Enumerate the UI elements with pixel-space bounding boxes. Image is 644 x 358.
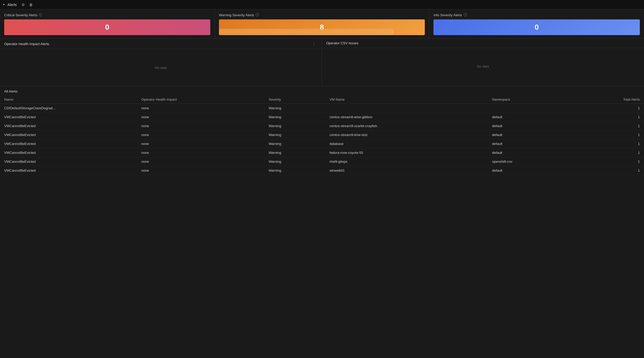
col-severity: Severity: [265, 95, 325, 104]
health-impact-menu-button[interactable]: ⋮: [310, 41, 318, 46]
table-row[interactable]: VMCannotBeEvictednoneWarningcentos-strea…: [0, 122, 644, 131]
cell-namespace: default: [488, 131, 571, 139]
table-row[interactable]: CDIDefaultStorageClassDegrad…noneWarning…: [0, 104, 644, 113]
cell-health-impact: none: [137, 148, 265, 157]
health-impact-title: Operator Health Impact Alerts: [4, 42, 49, 46]
cell-name: VMCannotBeEvicted: [0, 122, 137, 131]
warning-bar-inner: [219, 29, 394, 35]
cell-severity: Warning: [265, 122, 325, 131]
cell-namespace: openshift-cnv: [488, 157, 571, 166]
cell-total-alerts: 1: [571, 131, 644, 139]
col-total-alerts: Total Alerts: [571, 95, 644, 104]
cell-severity: Warning: [265, 113, 325, 122]
cell-severity: Warning: [265, 148, 325, 157]
info-info-icon[interactable]: ⓘ: [464, 13, 467, 17]
csv-issues-title: Operator CSV Issues: [326, 41, 358, 45]
all-alerts-title: All Alerts: [0, 86, 644, 95]
cell-health-impact: none: [137, 131, 265, 139]
stats-row: Critical Severity Alerts ⓘ 0 Warning Sev…: [0, 9, 644, 39]
critical-severity-card: Critical Severity Alerts ⓘ 0: [0, 9, 215, 38]
cell-namespace: default: [488, 139, 571, 148]
critical-value: 0: [105, 23, 109, 31]
critical-bar: 0: [4, 19, 210, 35]
col-namespace: Namespace: [488, 95, 571, 104]
cell-vm-name: centos-stream8-wise-gibbon: [325, 113, 488, 122]
main-content: Critical Severity Alerts ⓘ 0 Warning Sev…: [0, 9, 644, 175]
cell-severity: Warning: [265, 139, 325, 148]
collapse-chevron[interactable]: ▾: [3, 3, 5, 6]
header-bar: ▾ Alerts ⚙ 🗑: [0, 0, 644, 9]
cell-namespace: default: [488, 113, 571, 122]
alerts-table: Name Operator Health Impact Severity VM …: [0, 95, 644, 175]
cell-name: VMCannotBeEvicted: [0, 113, 137, 122]
cell-severity: Warning: [265, 131, 325, 139]
cell-total-alerts: 1: [571, 157, 644, 166]
cell-total-alerts: 1: [571, 122, 644, 131]
table-row[interactable]: VMCannotBeEvictednoneWarningcentos-strea…: [0, 113, 644, 122]
table-header: Name Operator Health Impact Severity VM …: [0, 95, 644, 104]
info-label: Info Severity Alerts ⓘ: [433, 13, 640, 17]
info-bar-container: 0: [433, 19, 640, 35]
table-body: CDIDefaultStorageClassDegrad…noneWarning…: [0, 104, 644, 175]
header-actions: ⚙ 🗑: [20, 2, 34, 7]
table-row[interactable]: VMCannotBeEvictednoneWarningcentos-strea…: [0, 131, 644, 139]
cell-health-impact: none: [137, 122, 265, 131]
cell-name: VMCannotBeEvicted: [0, 139, 137, 148]
health-impact-header: Operator Health Impact Alerts ⋮: [0, 39, 322, 49]
cell-name: VMCannotBeEvicted: [0, 166, 137, 175]
cell-total-alerts: 1: [571, 139, 644, 148]
delete-button[interactable]: 🗑: [28, 2, 34, 7]
cell-vm-name: database: [325, 139, 488, 148]
warning-severity-card: Warning Severity Alerts ⓘ 8: [215, 9, 430, 38]
cell-name: CDIDefaultStorageClassDegrad…: [0, 104, 137, 113]
cell-severity: Warning: [265, 157, 325, 166]
cell-total-alerts: 1: [571, 148, 644, 157]
cell-name: VMCannotBeEvicted: [0, 131, 137, 139]
col-vm-name: VM Name: [325, 95, 488, 104]
panels-row: Operator Health Impact Alerts ⋮ No data …: [0, 39, 644, 86]
info-value: 0: [535, 23, 539, 31]
cell-vm-name: centos-stream9-time-test: [325, 131, 488, 139]
cell-namespace: default: [488, 166, 571, 175]
cell-vm-name: winweb01: [325, 166, 488, 175]
table-row[interactable]: VMCannotBeEvictednoneWarningrhel9-gitops…: [0, 157, 644, 166]
warning-bar-container: 8: [219, 19, 425, 35]
page-title: Alerts: [7, 3, 17, 7]
table-header-row: Name Operator Health Impact Severity VM …: [0, 95, 644, 104]
critical-info-icon[interactable]: ⓘ: [39, 13, 42, 17]
cell-name: VMCannotBeEvicted: [0, 148, 137, 157]
settings-button[interactable]: ⚙: [20, 2, 26, 7]
info-severity-card: Info Severity Alerts ⓘ 0: [429, 9, 644, 38]
cell-vm-name: fedora-rose-coyote-55: [325, 148, 488, 157]
health-impact-no-data: No data: [155, 66, 167, 70]
cell-vm-name: [325, 104, 488, 113]
col-health-impact: Operator Health Impact: [137, 95, 265, 104]
csv-issues-no-data: No data: [477, 64, 489, 68]
col-name: Name: [0, 95, 137, 104]
table-row[interactable]: VMCannotBeEvictednoneWarningfedora-rose-…: [0, 148, 644, 157]
cell-health-impact: none: [137, 139, 265, 148]
table-row[interactable]: VMCannotBeEvictednoneWarningwinweb01defa…: [0, 166, 644, 175]
cell-health-impact: none: [137, 104, 265, 113]
cell-severity: Warning: [265, 166, 325, 175]
cell-health-impact: none: [137, 166, 265, 175]
critical-bar-container: 0: [4, 19, 210, 35]
health-impact-body: No data: [0, 49, 322, 86]
cell-health-impact: none: [137, 157, 265, 166]
cell-total-alerts: 1: [571, 113, 644, 122]
table-row[interactable]: VMCannotBeEvictednoneWarningdatabasedefa…: [0, 139, 644, 148]
warning-info-icon[interactable]: ⓘ: [256, 13, 259, 17]
cell-vm-name: centos-stream9-scarlet-crayfish: [325, 122, 488, 131]
cell-total-alerts: 1: [571, 104, 644, 113]
csv-issues-header: Operator CSV Issues: [322, 39, 644, 48]
warning-label: Warning Severity Alerts ⓘ: [219, 13, 425, 17]
csv-issues-panel: Operator CSV Issues No data: [322, 39, 644, 86]
cell-health-impact: none: [137, 113, 265, 122]
cell-namespace: [488, 104, 571, 113]
all-alerts-section: All Alerts Name Operator Health Impact S…: [0, 86, 644, 175]
health-impact-panel: Operator Health Impact Alerts ⋮ No data: [0, 39, 322, 86]
critical-label: Critical Severity Alerts ⓘ: [4, 13, 210, 17]
warning-bar: 8: [219, 19, 425, 35]
cell-vm-name: rhel9-gitops: [325, 157, 488, 166]
cell-namespace: default: [488, 148, 571, 157]
